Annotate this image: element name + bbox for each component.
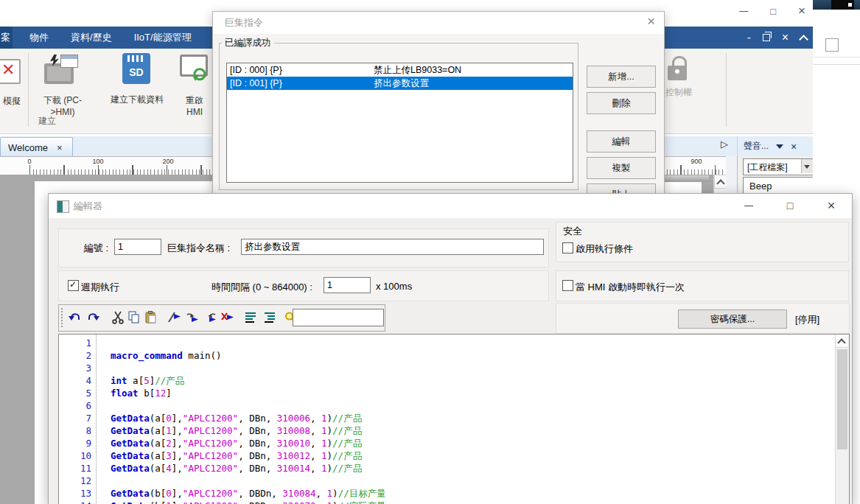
square-outline-icon	[825, 38, 839, 52]
sd-card-icon[interactable]: SD	[122, 53, 150, 84]
reboot-label[interactable]: 重啟 HMI	[175, 94, 214, 118]
chevron-down-icon	[804, 165, 810, 169]
interval-input[interactable]	[324, 277, 371, 293]
line-number: 13	[59, 487, 91, 500]
reboot-hmi-icon[interactable]	[180, 53, 209, 84]
red-x-glyph: ✕	[1, 60, 15, 80]
horizontal-scrollbar-thumb[interactable]	[663, 175, 709, 182]
scrollbar-thumb[interactable]	[837, 349, 847, 449]
line-number: 8	[59, 424, 91, 437]
close-icon[interactable]: ×	[791, 141, 797, 153]
editor-dialog: 編輯器 — □ × 編號 : 巨集指令名稱 : 安全 啟用執行條件 週期執行 時…	[48, 193, 853, 504]
ribbon-tab-0[interactable]: 物件	[18, 27, 60, 49]
macro-list[interactable]: [ID : 000] {P}禁止上传LB9033=ON[ID : 001] {P…	[226, 63, 573, 183]
toggle-bookmark-icon[interactable]	[167, 310, 182, 325]
sound-library-combobox[interactable]: [工程檔案]	[743, 158, 814, 175]
undo-icon[interactable]	[68, 310, 83, 325]
popup-shape	[60, 55, 78, 68]
screen-shape	[47, 66, 71, 81]
code-line: 9GetData(a[2],"APLC1200", DBn, 310010, 1…	[59, 437, 834, 449]
code-line: 5float b[12]	[59, 387, 834, 399]
build-download-label[interactable]: 建立下載資料	[99, 94, 175, 105]
minimize-icon[interactable]: -	[747, 34, 751, 41]
cut-icon[interactable]	[111, 310, 125, 325]
macro-name-label: 巨集指令名稱 :	[167, 242, 230, 255]
periodic-checkbox[interactable]	[68, 280, 79, 291]
previous-bookmark-icon[interactable]	[203, 310, 217, 325]
maximize-icon[interactable]: □	[769, 194, 811, 218]
run-on-startup-checkbox[interactable]	[562, 280, 573, 291]
close-icon[interactable]: ×	[782, 31, 789, 44]
code-line: 11GetData(a[4],"APLC1200", DBn, 310014, …	[59, 462, 834, 475]
ruler-label: 900	[691, 158, 702, 165]
next-bookmark-icon[interactable]	[185, 310, 200, 325]
line-text: GetData(b[1],"APLC1200", DBDn, 320070, 1…	[111, 500, 386, 504]
code-vertical-scrollbar[interactable]	[835, 335, 849, 504]
macro-list-row[interactable]: [ID : 001] {P}挤出参数设置	[227, 77, 573, 90]
sound-list-item[interactable]: Beep	[744, 178, 814, 192]
interval-label: 時間間隔 (0 ~ 864000) :	[211, 281, 312, 294]
add-button[interactable]: 新增...	[587, 66, 656, 88]
edit-button[interactable]: 編輯	[587, 130, 656, 153]
delete-button[interactable]: 刪除	[587, 92, 656, 114]
minimize-icon[interactable]: —	[728, 194, 769, 218]
line-number: 11	[59, 462, 91, 475]
indent-icon[interactable]	[244, 310, 259, 325]
maximize-icon[interactable]: □	[770, 6, 776, 17]
outdent-icon[interactable]	[262, 310, 276, 325]
editor-app-icon	[57, 200, 69, 213]
macro-row-name: 挤出参数设置	[374, 77, 429, 90]
copy-button[interactable]: 複製	[587, 157, 656, 179]
clear-bookmarks-icon[interactable]	[220, 310, 235, 325]
close-icon[interactable]: ×	[647, 13, 655, 29]
code-line: 14GetData(b[1],"APLC1200", DBDn, 320070,…	[59, 500, 834, 504]
paste-icon[interactable]	[144, 310, 158, 325]
ruler-label: 200	[162, 158, 173, 165]
find-input[interactable]	[293, 309, 384, 326]
macro-id-label: 編號 :	[84, 242, 108, 255]
macro-dialog-title: 巨集指令	[225, 12, 263, 34]
password-protect-button[interactable]: 密碼保護...	[678, 309, 787, 329]
combobox-arrow-button[interactable]	[801, 159, 813, 173]
macro-id-input[interactable]	[114, 239, 161, 255]
execution-condition-checkbox[interactable]	[562, 242, 573, 253]
collapse-ribbon-icon[interactable]	[799, 35, 808, 44]
restore-icon[interactable]	[763, 34, 770, 41]
periodic-label: 週期執行	[81, 281, 119, 294]
line-number: 9	[59, 437, 91, 449]
macro-list-row[interactable]: [ID : 000] {P}禁止上传LB9033=ON	[227, 63, 573, 77]
chevron-up-icon	[837, 338, 845, 346]
run-on-startup-label: 當 HMI 啟動時即執行一次	[576, 281, 685, 294]
line-text: GetData(a[0],"APLC1200", DBn, 310006, 1)…	[111, 412, 362, 424]
line-text: GetData(a[3],"APLC1200", DBn, 310012, 1)…	[111, 449, 362, 462]
line-text: GetData(a[2],"APLC1200", DBn, 310010, 1)…	[111, 437, 362, 449]
close-icon[interactable]: ×	[798, 4, 805, 18]
divider	[813, 57, 860, 57]
copy-icon[interactable]	[127, 310, 141, 325]
ribbon-tabs: 物件資料/歷史IIoT/能源管理	[18, 27, 203, 49]
ribbon-tab-2[interactable]: IIoT/能源管理	[123, 27, 203, 49]
minimize-icon[interactable]: —	[739, 6, 748, 16]
tab-close-icon[interactable]: ×	[57, 142, 63, 153]
macro-dialog: 巨集指令 × 已編譯成功 [ID : 000] {P}禁止上传LB9033=ON…	[212, 11, 665, 197]
macro-name-input[interactable]	[241, 239, 544, 255]
scroll-up-button[interactable]	[836, 335, 848, 348]
line-number: 7	[59, 412, 91, 424]
ribbon-tab-1[interactable]: 資料/歷史	[60, 27, 123, 49]
code-editor[interactable]: 12macro_command main()34int a[5]//产品5flo…	[58, 334, 850, 504]
close-icon[interactable]: ×	[811, 194, 852, 218]
reboot-label-line1: 重啟	[175, 94, 214, 106]
line-number: 4	[59, 374, 91, 387]
tab-welcome[interactable]: Welcome ×	[0, 137, 73, 157]
code-line: 7GetData(a[0],"APLC1200", DBn, 310006, 1…	[59, 412, 834, 424]
panel-expander-icon[interactable]: ▷	[721, 139, 728, 150]
screen: — □ × 案 物件資料/歷史IIoT/能源管理 - × ✕ 模擬	[0, 0, 860, 504]
simulate-icon[interactable]: ✕	[0, 57, 19, 85]
toolbar-grip[interactable]	[61, 308, 63, 327]
dropdown-icon[interactable]	[776, 144, 783, 149]
download-icon[interactable]	[44, 55, 78, 87]
redo-icon[interactable]	[85, 310, 100, 325]
simulate-label[interactable]: 模擬	[0, 96, 27, 107]
ribbon-tab-file-partial[interactable]: 案	[0, 27, 13, 49]
ribbon-window-controls: - ×	[747, 27, 807, 49]
